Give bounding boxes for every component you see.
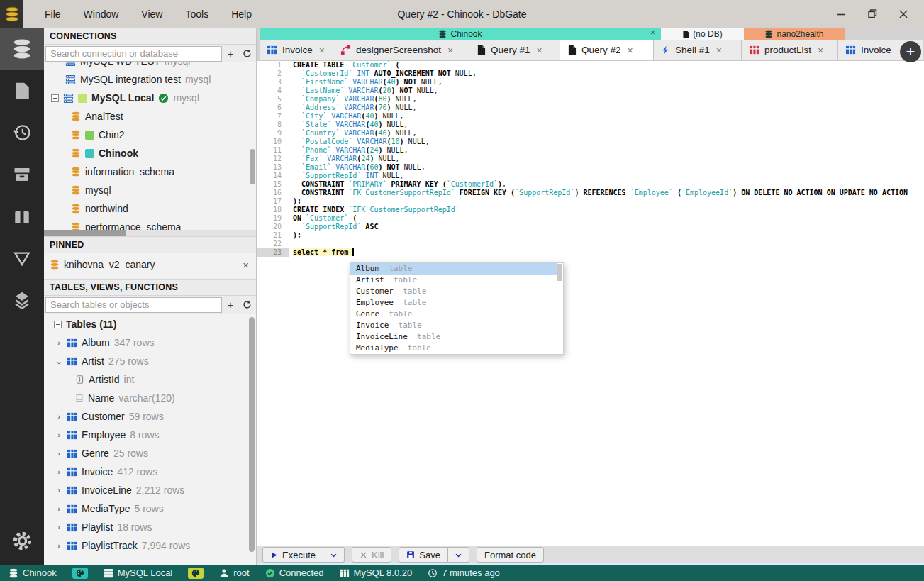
statusbar-user[interactable]: root <box>219 568 249 578</box>
add-connection-button[interactable]: + <box>223 46 238 62</box>
table-row[interactable]: ›Customer59 rows <box>44 407 247 426</box>
app-logo[interactable] <box>0 0 23 28</box>
chevron-right-icon[interactable]: › <box>55 467 62 476</box>
table-row[interactable]: ›Album347 rows <box>44 333 247 352</box>
tab-group-nano2health[interactable]: nano2health <box>744 28 845 40</box>
connection-item[interactable]: Chinook <box>44 144 249 162</box>
close-group-icon[interactable]: × <box>650 28 655 38</box>
collapse-icon[interactable] <box>51 94 59 102</box>
rail-item-triangle[interactable] <box>0 237 44 279</box>
menu-view[interactable]: View <box>131 6 172 23</box>
rail-item-settings[interactable] <box>0 522 44 559</box>
menu-help[interactable]: Help <box>221 6 262 23</box>
close-tab-icon[interactable]: × <box>716 45 722 56</box>
table-row[interactable]: ›PlaylistTrack7,994 rows <box>44 536 247 555</box>
close-button[interactable] <box>897 8 910 21</box>
minimize-button[interactable] <box>835 8 847 21</box>
add-object-button[interactable]: + <box>223 297 238 313</box>
connections-hscroll-thumb[interactable] <box>44 230 126 236</box>
connections-search-input[interactable] <box>45 46 222 62</box>
close-tab-icon[interactable]: × <box>537 45 542 56</box>
format-code-button[interactable]: Format code <box>477 547 544 563</box>
autocomplete-item[interactable]: InvoiceLine table <box>350 331 563 343</box>
autocomplete-item[interactable]: Invoice table <box>350 320 563 331</box>
table-row[interactable]: ›MediaType5 rows <box>44 499 247 518</box>
rail-item-book[interactable] <box>0 195 44 237</box>
unpin-button[interactable]: × <box>243 259 249 271</box>
table-row[interactable]: ›InvoiceLine2,212 rows <box>44 481 247 499</box>
connection-item[interactable]: MySQL Localmysql <box>44 89 249 107</box>
tables-scrollbar[interactable] <box>249 317 255 552</box>
kill-button[interactable]: Kill <box>352 547 391 563</box>
statusbar-database[interactable]: Chinook <box>9 568 57 578</box>
chevron-right-icon[interactable]: › <box>55 412 62 421</box>
close-tab-icon[interactable]: × <box>319 45 325 56</box>
table-row[interactable]: ›Employee8 rows <box>44 426 247 444</box>
sql-editor[interactable]: 1CREATE TABLE `Customer` (2 `CustomerId`… <box>257 60 924 546</box>
menu-tools[interactable]: Tools <box>175 6 218 23</box>
connection-item[interactable]: MySQL integration testmysql <box>44 70 249 89</box>
autocomplete-item[interactable]: Customer table <box>350 286 563 297</box>
autocomplete-scrollbar[interactable] <box>557 263 563 354</box>
table-row[interactable]: ⌄Artist275 rows <box>44 352 247 370</box>
autocomplete-item[interactable]: Employee table <box>350 297 563 309</box>
statusbar-last-query-time[interactable]: 7 minutes ago <box>428 568 500 578</box>
connection-item[interactable]: Chin2 <box>44 126 249 144</box>
statusbar-connection-color-badge[interactable] <box>188 568 204 579</box>
connections-scrollbar[interactable] <box>250 149 255 184</box>
close-tab-icon[interactable]: × <box>818 45 823 56</box>
chevron-right-icon[interactable]: › <box>55 338 62 347</box>
rail-item-file[interactable] <box>0 70 44 111</box>
chevron-right-icon[interactable]: › <box>55 504 62 513</box>
refresh-connections-button[interactable] <box>239 46 255 62</box>
statusbar-status[interactable]: Connected <box>265 568 324 578</box>
tab-group--no-db-[interactable]: (no DB) <box>661 28 744 40</box>
tab-group-chinook[interactable]: Chinook× <box>260 28 661 40</box>
tab-shell--1[interactable]: Shell #1× <box>654 40 742 60</box>
connection-item[interactable]: northwind <box>44 199 249 218</box>
column-row[interactable]: ArtistIdint <box>44 370 247 389</box>
chevron-right-icon[interactable]: › <box>55 431 62 439</box>
restore-button[interactable] <box>866 8 879 21</box>
close-tab-icon[interactable]: × <box>447 45 453 56</box>
table-row[interactable]: ›Invoice412 rows <box>44 463 247 481</box>
table-row[interactable]: ›Genre25 rows <box>44 444 247 463</box>
chevron-right-icon[interactable]: › <box>55 523 62 531</box>
autocomplete-item[interactable]: Artist table <box>350 275 563 286</box>
tab-query--1[interactable]: Query #1× <box>469 40 560 60</box>
column-row[interactable]: Namevarchar(120) <box>44 389 247 407</box>
execute-button[interactable]: Execute <box>262 547 323 563</box>
statusbar-db-color-badge[interactable] <box>72 568 88 579</box>
rail-item-layers[interactable] <box>0 279 44 321</box>
tab-invoice[interactable]: Invoice× <box>260 40 333 60</box>
collapse-icon[interactable] <box>54 321 62 328</box>
connection-item[interactable]: mysql <box>44 181 249 199</box>
new-tab-button[interactable]: + <box>900 41 921 62</box>
chevron-right-icon[interactable]: › <box>55 449 62 458</box>
save-button[interactable]: Save <box>399 547 448 563</box>
rail-item-archive[interactable] <box>0 153 44 195</box>
close-tab-icon[interactable]: × <box>628 45 633 56</box>
rail-item-database[interactable] <box>0 28 44 70</box>
autocomplete-item[interactable]: Genre table <box>350 309 563 320</box>
chevron-down-icon[interactable]: ⌄ <box>55 357 62 366</box>
chevron-right-icon[interactable]: › <box>55 486 62 494</box>
connection-item[interactable]: AnalTest <box>44 107 249 126</box>
refresh-tables-button[interactable] <box>239 297 255 313</box>
tab-productlist[interactable]: productList× <box>742 40 838 60</box>
tables-group-row[interactable]: Tables (11) <box>44 315 247 333</box>
table-row[interactable]: ›Playlist18 rows <box>44 518 247 536</box>
connection-item[interactable]: MySQL WD TESTmysql <box>44 62 249 70</box>
chevron-right-icon[interactable]: › <box>55 541 62 550</box>
tables-search-input[interactable] <box>45 297 222 313</box>
statusbar-version[interactable]: MySQL 8.0.20 <box>340 568 413 578</box>
save-dropdown-button[interactable] <box>448 547 469 563</box>
pinned-item[interactable]: knihovna_v2_canary× <box>44 255 256 275</box>
execute-dropdown-button[interactable] <box>323 547 345 563</box>
rail-item-history[interactable] <box>0 111 44 153</box>
menu-window[interactable]: Window <box>74 6 129 23</box>
autocomplete-item[interactable]: MediaType table <box>350 343 563 354</box>
tab-designerscreenshot[interactable]: designerScreenshot× <box>333 40 469 60</box>
menu-file[interactable]: File <box>35 6 71 23</box>
autocomplete-item[interactable]: Album table <box>350 263 563 275</box>
